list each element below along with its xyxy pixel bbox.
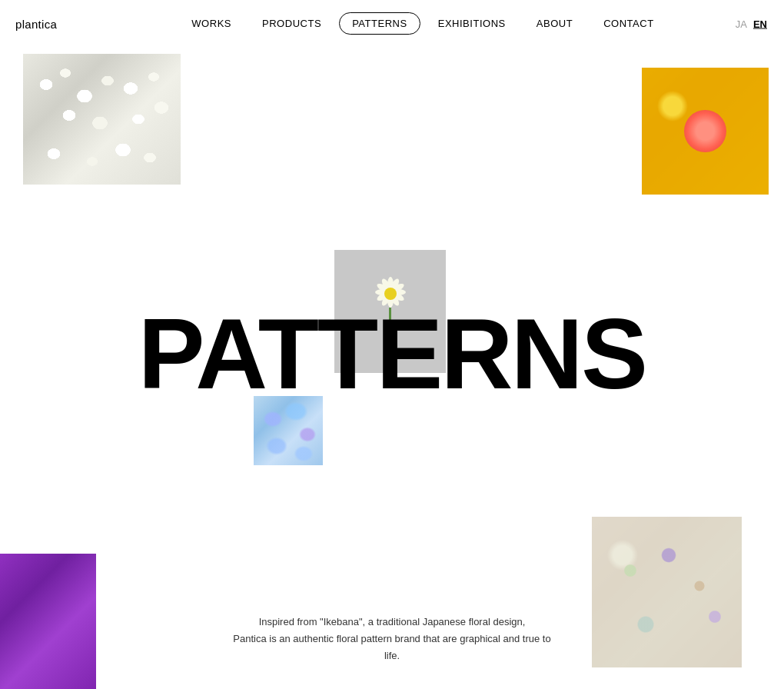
- nav-patterns[interactable]: PATTERNS: [339, 12, 420, 35]
- main-nav: WORKS PRODUCTS PATTERNS EXHIBITIONS ABOU…: [117, 12, 666, 35]
- site-header: plantica WORKS PRODUCTS PATTERNS EXHIBIT…: [0, 0, 784, 47]
- nav-about[interactable]: ABOUT: [523, 12, 586, 35]
- image-white-flowers-top-left: [23, 54, 181, 185]
- nav-contact[interactable]: CONTACT: [590, 12, 667, 35]
- description-line1: Inspired from "Ikebana", a traditional J…: [259, 616, 526, 627]
- page-title: PATTERNS: [0, 304, 784, 404]
- nav-exhibitions[interactable]: EXHIBITIONS: [425, 12, 519, 35]
- page-title-section: PATTERNS: [0, 304, 784, 404]
- lang-en[interactable]: EN: [752, 16, 769, 31]
- main-content: PATTERNS Inspired from "Ikebana", a trad…: [0, 0, 784, 689]
- description-line2: Pantica is an authentic floral pattern b…: [233, 633, 550, 661]
- language-switcher: JA EN: [734, 16, 769, 31]
- site-description: Inspired from "Ikebana", a traditional J…: [227, 614, 557, 664]
- nav-works[interactable]: WORKS: [178, 12, 244, 35]
- nav-products[interactable]: PRODUCTS: [249, 12, 334, 35]
- image-purple-flowers-bottom-left: [0, 554, 96, 689]
- description-text: Inspired from "Ikebana", a traditional J…: [227, 614, 557, 664]
- image-yellow-flowers-top-right: [642, 68, 769, 195]
- image-colorful-flowers-bottom-right: [592, 517, 742, 667]
- site-logo[interactable]: plantica: [15, 17, 57, 30]
- lang-ja[interactable]: JA: [734, 16, 749, 31]
